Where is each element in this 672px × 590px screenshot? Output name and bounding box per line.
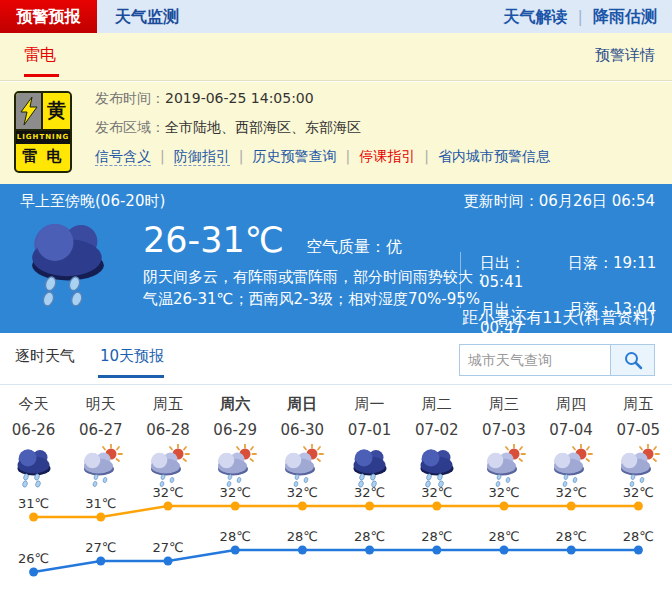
warning-links-row: 信号含义|防御指引|历史预警查询|停课指引|省内城市预警信息 xyxy=(95,148,550,166)
weather-page: 预警预报 天气监测 天气解读|降雨估测 雷电 预警详情 黄 LIGHTNING … xyxy=(0,0,672,590)
city-search-input[interactable] xyxy=(459,344,611,376)
forecast-day-column[interactable]: 周四07-04 xyxy=(538,385,605,490)
forecast-day-column[interactable]: 周二07-02 xyxy=(403,385,470,490)
day-name: 今天 xyxy=(0,393,67,415)
svg-text:28℃: 28℃ xyxy=(488,529,519,544)
svg-text:28℃: 28℃ xyxy=(556,529,587,544)
day-name: 周三 xyxy=(470,393,537,415)
tab-weather-monitor[interactable]: 天气监测 xyxy=(115,0,179,33)
publish-time-row: 发布时间：2019-06-25 14:05:00 xyxy=(95,90,314,108)
search-icon xyxy=(622,349,644,371)
day-name: 周四 xyxy=(538,393,605,415)
day-date: 06-26 xyxy=(0,419,67,441)
forecast-day-column[interactable]: 周五07-05 xyxy=(605,385,672,490)
forecast-day-column[interactable]: 明天06-27 xyxy=(67,385,134,490)
forecast-day-column[interactable]: 周一07-01 xyxy=(336,385,403,490)
rain-icon xyxy=(336,444,403,490)
tab-warning-forecast[interactable]: 预警预报 xyxy=(0,0,97,33)
active-tab-underline xyxy=(98,375,164,378)
svg-text:31℃: 31℃ xyxy=(18,496,49,511)
forecast-columns: 今天06-26 明天06-27 周五06-28 周六06-29 xyxy=(0,385,672,490)
svg-text:32℃: 32℃ xyxy=(152,485,183,500)
forecast-day-column[interactable]: 周三07-03 xyxy=(470,385,537,490)
alert-category-underline xyxy=(24,74,59,77)
day-date: 07-02 xyxy=(403,419,470,441)
day-name: 明天 xyxy=(67,393,134,415)
publish-area-label: 发布区域： xyxy=(95,119,165,135)
publish-time-value: 2019-06-25 14:05:00 xyxy=(165,90,314,106)
tab-hourly-weather[interactable]: 逐时天气 xyxy=(15,347,75,366)
temperature-range: 26-31℃ xyxy=(143,220,284,260)
badge-type-label: 雷 电 xyxy=(16,144,70,169)
solar-term-link[interactable]: 距小暑还有11天(科普资料) xyxy=(462,308,655,329)
day-date: 06-28 xyxy=(134,419,201,441)
forecast-day-column[interactable]: 周五06-28 xyxy=(134,385,201,490)
svg-text:32℃: 32℃ xyxy=(354,485,385,500)
forecast-day-column[interactable]: 今天06-26 xyxy=(0,385,67,490)
update-time-row: 更新时间：06月26日 06:54 xyxy=(464,192,655,211)
alert-category-lightning[interactable]: 雷电 xyxy=(24,45,56,66)
link-separator: | xyxy=(230,148,253,164)
warning-link[interactable]: 防御指引 xyxy=(174,148,230,166)
warning-link[interactable]: 信号含义 xyxy=(95,148,151,166)
tab-ten-day-forecast[interactable]: 10天预报 xyxy=(100,347,164,366)
badge-level-label: 黄 xyxy=(43,93,70,129)
warning-detail-link[interactable]: 预警详情 xyxy=(595,46,655,65)
badge-top-row: 黄 xyxy=(16,93,70,131)
svg-text:32℃: 32℃ xyxy=(287,485,318,500)
svg-text:27℃: 27℃ xyxy=(152,540,183,555)
sun-shower-icon xyxy=(202,444,269,490)
lightning-warning-badge: 黄 LIGHTNING 雷 电 xyxy=(14,91,72,173)
alert-category-bar: 雷电 预警详情 xyxy=(0,33,672,81)
svg-text:32℃: 32℃ xyxy=(220,485,251,500)
sun-shower-icon xyxy=(538,444,605,490)
top-nav: 预警预报 天气监测 天气解读|降雨估测 xyxy=(0,0,672,33)
day-date: 07-05 xyxy=(605,419,672,441)
day-date: 07-04 xyxy=(538,419,605,441)
publish-area-row: 发布区域：全市陆地、西部海区、东部海区 xyxy=(95,119,361,137)
top-links: 天气解读|降雨估测 xyxy=(504,0,657,33)
temperature-chart: 31℃31℃32℃32℃32℃32℃32℃32℃32℃32℃26℃27℃27℃2… xyxy=(0,485,672,590)
svg-text:28℃: 28℃ xyxy=(623,529,654,544)
warning-link[interactable]: 停课指引 xyxy=(359,148,415,164)
link-weather-interpretation[interactable]: 天气解读 xyxy=(504,7,568,26)
link-rain-estimate[interactable]: 降雨估测 xyxy=(593,7,657,26)
current-conditions-panel: 早上至傍晚(06-20时) 更新时间：06月26日 06:54 26-31℃ 空… xyxy=(0,184,672,333)
svg-text:28℃: 28℃ xyxy=(421,529,452,544)
day-name: 周五 xyxy=(605,393,672,415)
svg-text:32℃: 32℃ xyxy=(488,485,519,500)
svg-text:27℃: 27℃ xyxy=(85,540,116,555)
air-quality-label: 空气质量： xyxy=(306,237,386,256)
sun-shower-icon xyxy=(269,444,336,490)
sun-shower-icon xyxy=(605,444,672,490)
sun-shower-icon xyxy=(67,444,134,490)
svg-text:32℃: 32℃ xyxy=(623,485,654,500)
air-quality: 空气质量：优 xyxy=(306,237,402,258)
forecast-nav: 逐时天气 10天预报 xyxy=(0,333,672,385)
warning-link[interactable]: 省内城市预警信息 xyxy=(438,148,550,164)
current-weather-icon xyxy=(18,212,118,316)
day-name: 周二 xyxy=(403,393,470,415)
sun-shower-icon xyxy=(470,444,537,490)
badge-english-label: LIGHTNING xyxy=(16,131,70,144)
link-separator: | xyxy=(568,7,593,26)
ten-day-forecast: 今天06-26 明天06-27 周五06-28 周六06-29 xyxy=(0,385,672,590)
sun-moon-item: 日落：19:11 xyxy=(568,254,660,291)
day-date: 06-30 xyxy=(269,419,336,441)
weather-description-line2: 气温26-31℃；西南风2-3级；相对湿度70%-95% xyxy=(143,290,480,309)
day-date: 06-29 xyxy=(202,419,269,441)
forecast-period-label: 早上至傍晚(06-20时) xyxy=(20,192,165,211)
forecast-day-column[interactable]: 周六06-29 xyxy=(202,385,269,490)
forecast-day-column[interactable]: 周日06-30 xyxy=(269,385,336,490)
day-date: 07-01 xyxy=(336,419,403,441)
svg-text:32℃: 32℃ xyxy=(421,485,452,500)
day-name: 周一 xyxy=(336,393,403,415)
warning-link[interactable]: 历史预警查询 xyxy=(252,148,336,164)
rain-icon xyxy=(0,444,67,490)
weather-description-line1: 阴天间多云，有阵雨或雷阵雨，部分时间雨势较大； xyxy=(143,268,488,287)
temp-air-row: 26-31℃ 空气质量：优 xyxy=(143,220,402,260)
svg-text:28℃: 28℃ xyxy=(220,529,251,544)
update-time-value: 06月26日 06:54 xyxy=(539,192,655,210)
search-button[interactable] xyxy=(611,344,655,376)
warning-panel: 黄 LIGHTNING 雷 电 发布时间：2019-06-25 14:05:00… xyxy=(0,82,672,184)
